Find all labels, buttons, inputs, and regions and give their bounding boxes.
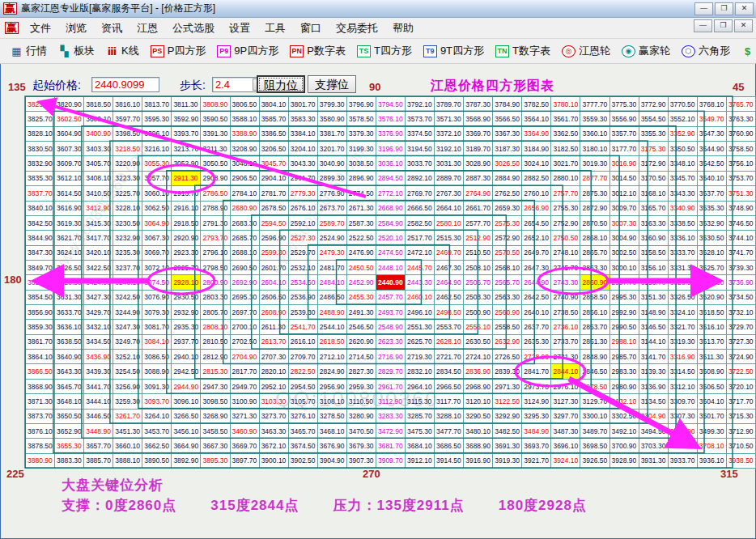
grid-cell: 2488.90 [317,305,346,320]
grid-cell: 2455.30 [346,290,376,304]
grid-cell: 3360.10 [580,126,609,141]
grid-cell: 3333.70 [668,245,697,260]
grid-cell: 3717.70 [726,394,755,409]
grid-cell: 3914.50 [435,453,464,468]
close-button[interactable]: ✕ [735,2,754,15]
maximize-button[interactable]: ❐ [715,2,733,15]
menu-item-设置[interactable]: 设置 [222,19,257,38]
axis-label-135: 135 [8,81,26,93]
grid-cell: 3271.30 [230,409,259,423]
grid-cell: 3600.10 [84,112,113,126]
grid-cell: 2944.90 [172,379,201,393]
toolbar-item-P数字表[interactable]: PNP数字表 [284,42,351,60]
grid-cell: 3127.30 [551,394,580,409]
menu-item-浏览[interactable]: 浏览 [58,19,94,38]
toolbar-item-T数字表[interactable]: TNT数字表 [490,42,556,60]
grid-cell: 3571.30 [435,112,464,126]
grid-cell: 2472.10 [406,245,435,260]
grid-cell: 3172.90 [639,156,668,171]
start-price-input[interactable]: 2440.9099 [91,77,159,92]
grid-cell: 3367.30 [493,126,522,141]
grid-cell: 3916.90 [464,453,493,468]
grid-cell: 3835.30 [26,171,55,185]
grid-cell: 2836.90 [464,364,493,379]
resistance-button[interactable]: 阻力位 [257,75,305,93]
grid-cell: 2844.10 [551,364,580,379]
grid-cell: 3607.30 [55,142,84,156]
grid-cell: 3350.50 [668,142,697,156]
child-close-button[interactable]: ✕ [734,19,753,32]
grid-cell: 2800.90 [201,275,230,290]
menu-item-资讯[interactable]: 资讯 [94,19,130,38]
grid-cell: 3628.90 [55,275,84,290]
toolbar-item-T四方形[interactable]: TST四方形 [351,42,418,60]
menu-item-公式选股[interactable]: 公式选股 [165,19,222,38]
grid-cell: 3386.50 [259,126,288,141]
grid-cell: 2601.70 [259,260,288,274]
grid-cell: 2942.50 [172,364,201,379]
toolbar-item-江恩轮[interactable]: ◎江恩轮 [556,42,616,60]
toolbar-item-板块[interactable]: ▚板块 [53,42,100,60]
grid-cell: 3501.70 [697,409,726,423]
menu-item-窗口[interactable]: 窗口 [293,19,329,38]
grid-cell: 3432.10 [84,320,113,334]
grid-cell: 3146.50 [639,320,668,334]
grid-cell: 3062.50 [142,201,172,215]
grid-cell: 2812.90 [201,350,230,364]
grid-cell: 3244.90 [113,305,142,320]
grid-cell: 3328.90 [668,275,697,290]
grid-cell: 3523.30 [697,275,726,290]
menu-item-交易委托[interactable]: 交易委托 [329,19,385,38]
grid-cell: 2510.50 [464,245,493,260]
toolbar-item-label: 9P四方形 [234,44,278,58]
grid-cell: 3724.90 [726,350,755,364]
grid-cell: 2968.90 [464,379,493,393]
grid-cell: 3741.70 [726,245,755,260]
grid-cell: 3019.30 [580,156,609,171]
toolbar-item-赢家轮[interactable]: ◉赢家轮 [616,42,676,60]
menu-item-江恩[interactable]: 江恩 [130,19,165,38]
grid-cell: 3799.30 [317,97,346,112]
grid-cell: 2817.70 [230,364,259,379]
toolbar-item-9T四方形[interactable]: T99T四方形 [418,42,490,60]
grid-cell: 2959.30 [346,379,376,393]
grid-cell: 3043.30 [288,156,317,171]
grid-cell: 2752.90 [551,215,580,230]
grid-cell: 3777.70 [580,97,609,112]
menu-item-文件[interactable]: 文件 [23,19,58,38]
grid-cell: 3883.30 [55,453,84,468]
grid-cell: 3504.10 [697,394,726,409]
pressure-label: 压力： [333,498,376,513]
grid-cell: 2520.10 [376,231,405,245]
child-minimize-button[interactable]: — [694,19,712,32]
grid-cell: 2688.10 [230,245,259,260]
toolbar-item-9P四方形[interactable]: P99P四方形 [211,42,284,60]
support-item: 0度2860点 [105,498,176,513]
grid-cell: 3393.70 [172,126,201,141]
grid-cell: 2784.10 [230,186,259,201]
grid-cell: 3674.50 [288,439,317,453]
grid-cell: 3460.90 [230,423,259,438]
grid-cell: 3228.10 [113,201,142,215]
grid-cell: 3662.50 [142,439,172,453]
minimize-button[interactable]: — [694,2,713,15]
toolbar-item-P四方形[interactable]: PSP四方形 [145,42,212,60]
grid-cell: 3026.50 [493,156,522,171]
grid-cell: 3494.50 [639,423,668,438]
grid-cell: 2932.90 [172,305,201,320]
grid-cell: 3568.90 [464,112,493,126]
grid-cell: 3067.30 [142,231,172,245]
grid-cell: 2572.90 [493,231,522,245]
child-restore-button[interactable]: ❐ [714,19,733,32]
toolbar-item-K线[interactable]: ⅲK线 [100,42,145,60]
grid-cell: 2457.70 [376,290,405,304]
menu-item-帮助[interactable]: 帮助 [385,19,421,38]
grid-cell: 3506.50 [697,379,726,393]
toolbar-item-行情[interactable]: ▦行情 [5,42,53,60]
grid-cell: 3921.70 [522,453,551,468]
support-button[interactable]: 支撑位 [308,75,356,93]
menu-item-工具[interactable]: 工具 [257,19,293,38]
toolbar-item-六角形[interactable]: ⬡六角形 [676,42,736,60]
grid-cell: 3139.30 [639,364,668,379]
toolbar-item-赢家服务[interactable]: $赢家服务 [736,42,756,60]
